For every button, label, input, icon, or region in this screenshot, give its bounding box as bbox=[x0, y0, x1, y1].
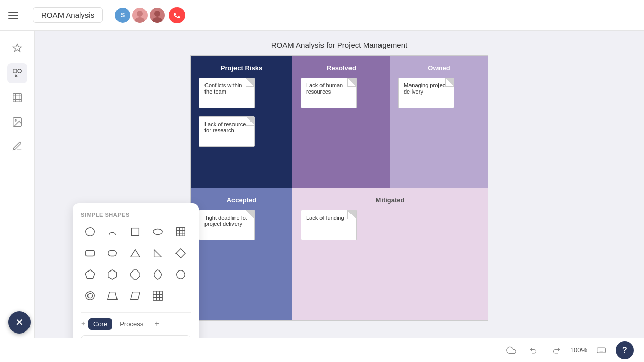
svg-point-12 bbox=[15, 119, 16, 121]
tab-add-button[interactable]: + bbox=[151, 318, 163, 330]
cell-accepted[interactable]: Accepted Tight deadline for project deli… bbox=[191, 188, 292, 320]
owned-notes: Managing project delivery bbox=[398, 78, 480, 112]
svg-rect-16 bbox=[176, 228, 185, 236]
svg-marker-24 bbox=[154, 250, 162, 257]
note-funding[interactable]: Lack of funding bbox=[301, 210, 357, 240]
shape-ring[interactable] bbox=[81, 287, 99, 305]
svg-point-3 bbox=[152, 17, 162, 23]
document-title[interactable]: ROAM Analysis bbox=[33, 7, 103, 23]
note-resources[interactable]: Lack of resources for research bbox=[199, 116, 255, 147]
svg-rect-21 bbox=[86, 251, 95, 256]
svg-marker-29 bbox=[154, 270, 162, 279]
collaborators-area: S bbox=[115, 7, 185, 23]
shape-hexagon[interactable] bbox=[103, 265, 122, 284]
roam-diagram: Project Risks Conflicts within the team … bbox=[190, 55, 488, 321]
hamburger-button[interactable] bbox=[8, 7, 24, 23]
svg-marker-33 bbox=[108, 292, 117, 300]
shape-rounded-rect[interactable] bbox=[81, 244, 99, 262]
cell-mitigated[interactable]: Mitigated Lack of funding bbox=[292, 188, 488, 320]
cell-resolved-label: Resolved bbox=[301, 64, 382, 72]
shapes-tool-icon[interactable] bbox=[7, 39, 27, 59]
shapes-panel: SIMPLE SHAPES bbox=[73, 203, 199, 338]
shape-grid[interactable] bbox=[149, 287, 167, 305]
diagram-title: ROAM Analysis for Project Management bbox=[271, 41, 407, 49]
svg-marker-28 bbox=[131, 270, 140, 279]
shape-table[interactable] bbox=[171, 223, 190, 241]
bottom-bar: 100% ? bbox=[0, 338, 644, 362]
shape-square[interactable] bbox=[126, 223, 144, 241]
left-sidebar bbox=[0, 31, 35, 338]
draw-tool-icon[interactable] bbox=[7, 63, 27, 83]
avatar-1[interactable] bbox=[132, 8, 148, 23]
svg-rect-6 bbox=[13, 94, 21, 102]
search-bar: 🔍 ⋯ bbox=[81, 335, 191, 338]
shape-ellipse[interactable] bbox=[149, 223, 167, 241]
help-button[interactable]: ? bbox=[616, 341, 634, 359]
avatar-s[interactable]: S bbox=[115, 8, 130, 23]
shape-parallelogram[interactable] bbox=[126, 287, 144, 305]
tab-process[interactable]: Process bbox=[114, 318, 149, 330]
cell-accepted-label: Accepted bbox=[199, 196, 284, 204]
svg-rect-35 bbox=[153, 291, 162, 300]
svg-point-2 bbox=[154, 11, 160, 17]
shape-circle[interactable] bbox=[81, 223, 99, 241]
project-risks-notes: Conflicts within the team Lack of resour… bbox=[199, 78, 284, 151]
svg-rect-22 bbox=[108, 251, 117, 256]
svg-marker-27 bbox=[108, 270, 117, 279]
header: ROAM Analysis S bbox=[0, 0, 644, 31]
svg-marker-23 bbox=[131, 250, 140, 257]
shape-stadium[interactable] bbox=[103, 244, 122, 262]
shape-tabs-row: ✦ Core Process + bbox=[81, 312, 191, 330]
frame-tool-icon[interactable] bbox=[7, 87, 27, 108]
pen-tool-icon[interactable] bbox=[7, 136, 27, 157]
cell-project-risks-label: Project Risks bbox=[199, 64, 284, 72]
shape-triangle[interactable] bbox=[126, 244, 144, 262]
accepted-notes: Tight deadline for project delivery bbox=[199, 210, 284, 245]
call-button[interactable] bbox=[169, 7, 185, 23]
svg-rect-4 bbox=[13, 69, 16, 73]
shape-diamond[interactable] bbox=[171, 244, 190, 262]
avatar-2[interactable] bbox=[150, 8, 165, 23]
image-tool-icon[interactable] bbox=[7, 112, 27, 132]
svg-rect-40 bbox=[597, 348, 606, 353]
shape-octagon[interactable] bbox=[126, 265, 144, 284]
shape-trapezoid[interactable] bbox=[103, 287, 122, 305]
svg-point-32 bbox=[87, 293, 92, 298]
note-deadline[interactable]: Tight deadline for project delivery bbox=[199, 210, 255, 240]
cloud-icon[interactable] bbox=[503, 342, 519, 358]
redo-icon[interactable] bbox=[548, 342, 564, 358]
note-managing-delivery[interactable]: Managing project delivery bbox=[398, 78, 454, 108]
svg-point-31 bbox=[86, 292, 95, 300]
undo-icon[interactable] bbox=[525, 342, 542, 358]
main-area: ROAM Analysis for Project Management Pro… bbox=[0, 31, 644, 338]
note-conflicts[interactable]: Conflicts within the team bbox=[199, 78, 255, 108]
cell-resolved[interactable]: Resolved Lack of human resources bbox=[292, 56, 390, 188]
shapes-section-label: SIMPLE SHAPES bbox=[81, 212, 191, 218]
cell-mitigated-label: Mitigated bbox=[301, 196, 480, 204]
shape-right-triangle[interactable] bbox=[149, 244, 167, 262]
cell-project-risks[interactable]: Project Risks Conflicts within the team … bbox=[191, 56, 292, 188]
shape-12gon[interactable] bbox=[149, 265, 167, 284]
svg-rect-14 bbox=[131, 228, 139, 236]
cell-owned[interactable]: Owned Managing project delivery bbox=[390, 56, 488, 188]
resolved-notes: Lack of human resources bbox=[301, 78, 382, 112]
zoom-level[interactable]: 100% bbox=[570, 346, 587, 354]
svg-point-30 bbox=[176, 270, 185, 279]
shape-arc[interactable] bbox=[103, 223, 122, 241]
svg-point-1 bbox=[135, 17, 145, 23]
mitigated-notes: Lack of funding bbox=[301, 210, 480, 245]
svg-marker-25 bbox=[175, 249, 185, 258]
shape-circle2[interactable] bbox=[171, 265, 190, 284]
svg-point-5 bbox=[17, 69, 21, 73]
shapes-grid bbox=[81, 223, 191, 305]
shape-pentagon[interactable] bbox=[81, 265, 99, 284]
svg-point-15 bbox=[153, 229, 162, 235]
keyboard-icon[interactable] bbox=[593, 342, 609, 358]
tab-core[interactable]: Core bbox=[88, 318, 112, 330]
canvas-area[interactable]: ROAM Analysis for Project Management Pro… bbox=[35, 31, 644, 338]
svg-marker-34 bbox=[131, 292, 140, 300]
note-human-resources[interactable]: Lack of human resources bbox=[301, 78, 357, 108]
svg-point-0 bbox=[137, 11, 143, 17]
tab-icon: ✦ bbox=[81, 320, 86, 327]
cell-owned-label: Owned bbox=[398, 64, 480, 72]
